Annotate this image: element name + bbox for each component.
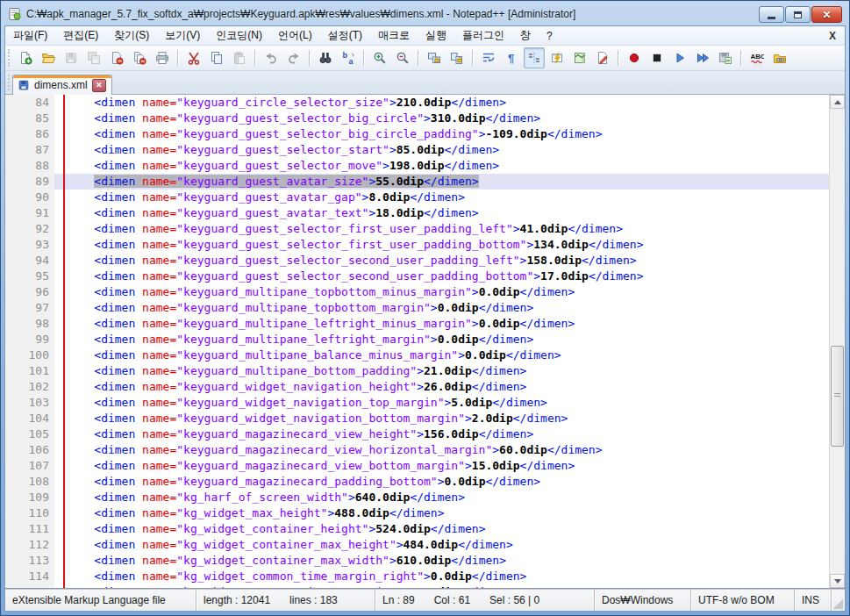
- scrollbar-thumb[interactable]: [831, 346, 844, 446]
- sync-vertical-icon[interactable]: [424, 47, 445, 68]
- code-line[interactable]: 112 <dimen name="kg_widget_container_max…: [5, 537, 829, 553]
- new-file-icon[interactable]: [15, 47, 36, 68]
- menu-item-view[interactable]: 보기(V): [157, 26, 208, 45]
- code-line[interactable]: 104 <dimen name="keyguard_widget_navigat…: [5, 411, 829, 426]
- tab-close-icon[interactable]: ✕: [92, 79, 106, 92]
- replace-icon[interactable]: ba: [338, 47, 359, 68]
- code-line[interactable]: 100 <dimen name="keyguard_multipane_bala…: [5, 347, 829, 363]
- line-number[interactable]: 110: [5, 505, 54, 521]
- menu-item-window[interactable]: 창: [512, 26, 539, 45]
- code-line[interactable]: 114 <dimen name="kg_widget_common_time_m…: [5, 569, 829, 584]
- code-line[interactable]: 84 <dimen name="keyguard_circle_selector…: [5, 95, 829, 111]
- code-line[interactable]: 108 <dimen name="keyguard_magazinecard_p…: [5, 474, 829, 490]
- word-wrap-icon[interactable]: [478, 47, 499, 68]
- resize-grip[interactable]: [832, 590, 845, 611]
- line-number[interactable]: 112: [5, 537, 54, 553]
- line-number[interactable]: 113: [5, 553, 54, 569]
- code-line[interactable]: 102 <dimen name="keyguard_widget_navigat…: [5, 379, 829, 395]
- code-line[interactable]: 107 <dimen name="keyguard_magazinecard_v…: [5, 458, 829, 474]
- close-button[interactable]: ✕: [811, 6, 842, 23]
- line-number[interactable]: 104: [5, 411, 54, 426]
- code-line[interactable]: 90 <dimen name="keyguard_guest_avatar_ga…: [5, 190, 829, 205]
- line-number[interactable]: 87: [5, 142, 54, 158]
- open-file-icon[interactable]: [38, 47, 59, 68]
- line-number[interactable]: 108: [5, 474, 54, 490]
- line-number[interactable]: 106: [5, 442, 54, 458]
- status-insert-mode[interactable]: INS: [795, 590, 832, 611]
- line-number[interactable]: 91: [5, 205, 54, 221]
- line-number[interactable]: 105: [5, 426, 54, 442]
- line-number[interactable]: 109: [5, 490, 54, 505]
- find-icon[interactable]: [315, 47, 336, 68]
- explorer-icon[interactable]: [769, 47, 790, 68]
- tab-dimens-xml[interactable]: dimens.xml ✕: [12, 75, 112, 95]
- menu-item-search[interactable]: 찾기(S): [106, 26, 157, 45]
- macro-record-icon[interactable]: [624, 47, 645, 68]
- document-map-icon[interactable]: [569, 47, 590, 68]
- line-number[interactable]: 84: [5, 95, 54, 111]
- close-all-icon[interactable]: [129, 47, 150, 68]
- menu-item-plugins[interactable]: 플러그인: [454, 26, 512, 45]
- macro-save-icon[interactable]: [715, 47, 736, 68]
- code-line[interactable]: 85 <dimen name="keyguard_guest_selector_…: [5, 111, 829, 126]
- code-line[interactable]: 106 <dimen name="keyguard_magazinecard_v…: [5, 442, 829, 458]
- line-number[interactable]: 102: [5, 379, 54, 395]
- minimize-button[interactable]: [759, 6, 784, 23]
- macro-run-multi-icon[interactable]: [692, 47, 713, 68]
- indent-guide-icon[interactable]: [524, 47, 545, 68]
- line-number[interactable]: 100: [5, 347, 54, 363]
- function-list-icon[interactable]: [546, 47, 568, 68]
- copy-icon[interactable]: [206, 47, 227, 68]
- line-number[interactable]: 107: [5, 458, 54, 474]
- zoom-out-icon[interactable]: [392, 47, 413, 68]
- code-line[interactable]: 110 <dimen name="kg_widget_max_height">4…: [5, 505, 829, 521]
- code-line[interactable]: 101 <dimen name="keyguard_multipane_bott…: [5, 363, 829, 379]
- code-line[interactable]: 92 <dimen name="keyguard_guest_selector_…: [5, 221, 829, 237]
- line-number[interactable]: 114: [5, 569, 54, 584]
- line-number[interactable]: 88: [5, 158, 54, 174]
- code-line[interactable]: 113 <dimen name="kg_widget_container_max…: [5, 553, 829, 569]
- doc-switcher-icon[interactable]: [592, 47, 613, 68]
- code-line[interactable]: 86 <dimen name="keyguard_guest_selector_…: [5, 126, 829, 142]
- close-document-button[interactable]: X: [829, 30, 836, 42]
- menu-item-language[interactable]: 언어(L): [270, 26, 320, 45]
- line-number[interactable]: 86: [5, 126, 54, 142]
- scroll-down-arrow-icon[interactable]: [830, 574, 845, 588]
- menu-item-settings[interactable]: 설정(T): [320, 26, 370, 45]
- code-line[interactable]: 109 <dimen name="kg_harf_of_screen_width…: [5, 490, 829, 505]
- code-line[interactable]: 97 <dimen name="keyguard_multipane_topbo…: [5, 300, 829, 316]
- line-number[interactable]: 115: [5, 584, 54, 588]
- code-line[interactable]: 93 <dimen name="keyguard_guest_selector_…: [5, 237, 829, 253]
- line-number[interactable]: 90: [5, 190, 54, 205]
- macro-play-icon[interactable]: [669, 47, 690, 68]
- code-line[interactable]: 98 <dimen name="keyguard_multipane_leftr…: [5, 316, 829, 332]
- menu-item-edit[interactable]: 편집(E): [55, 26, 106, 45]
- menu-item-help[interactable]: ?: [539, 28, 561, 44]
- zoom-in-icon[interactable]: [369, 47, 390, 68]
- line-number[interactable]: 111: [5, 521, 54, 537]
- close-file-icon[interactable]: [106, 47, 127, 68]
- line-number[interactable]: 89: [5, 174, 54, 190]
- line-number[interactable]: 92: [5, 221, 54, 237]
- scroll-up-arrow-icon[interactable]: [830, 95, 845, 109]
- line-number[interactable]: 96: [5, 284, 54, 300]
- undo-icon[interactable]: [261, 47, 282, 68]
- code-line[interactable]: 103 <dimen name="keyguard_widget_navigat…: [5, 395, 829, 411]
- line-number[interactable]: 99: [5, 332, 54, 347]
- code-line[interactable]: 91 <dimen name="keyguard_guest_avatar_te…: [5, 205, 829, 221]
- code-line[interactable]: 87 <dimen name="keyguard_guest_selector_…: [5, 142, 829, 158]
- code-area[interactable]: 84 <dimen name="keyguard_circle_selector…: [5, 95, 829, 588]
- restore-button[interactable]: [785, 6, 811, 23]
- menu-item-macro[interactable]: 매크로: [370, 26, 418, 45]
- redo-icon[interactable]: [283, 47, 304, 68]
- code-line[interactable]: 99 <dimen name="keyguard_multipane_leftr…: [5, 332, 829, 347]
- spell-check-icon[interactable]: ABC: [746, 47, 768, 68]
- line-number[interactable]: 93: [5, 237, 54, 253]
- status-encoding[interactable]: UTF-8 w/o BOM: [691, 590, 795, 611]
- cut-icon[interactable]: [183, 47, 204, 68]
- menu-item-run[interactable]: 실행: [418, 26, 454, 45]
- line-number[interactable]: 85: [5, 111, 54, 126]
- code-line[interactable]: 111 <dimen name="kg_widget_container_hei…: [5, 521, 829, 537]
- line-number[interactable]: 101: [5, 363, 54, 379]
- code-line[interactable]: 115 <dimen name="kg_widget_common_time_t…: [5, 584, 829, 588]
